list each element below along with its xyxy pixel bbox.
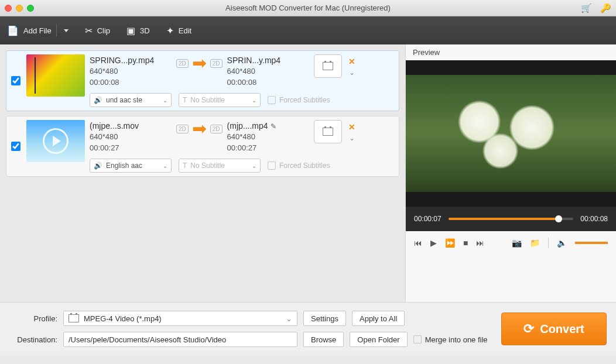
format-icon[interactable]	[314, 54, 342, 78]
seek-bar[interactable]	[449, 218, 574, 220]
convert-icon: ⟳	[523, 321, 534, 336]
2d-badge: 2D	[176, 125, 189, 133]
file-list: SPRING...py.mp4 640*480 00:00:08 2D ➡ 2D…	[0, 44, 405, 302]
arrow-right-icon: ➡	[192, 54, 207, 72]
merge-checkbox[interactable]: Merge into one file	[413, 335, 488, 344]
audio-track-select[interactable]: 🔊 und aac ste ⌄	[90, 93, 172, 107]
remove-item-icon[interactable]: ✕	[348, 122, 355, 132]
preview-frame	[406, 75, 616, 192]
speaker-icon: 🔊	[94, 96, 102, 104]
profile-label: Profile:	[9, 314, 57, 323]
preview-label: Preview	[406, 44, 616, 60]
profile-select[interactable]: MPEG-4 Video (*.mp4) ⌄	[63, 311, 297, 326]
source-duration: 00:00:08	[90, 78, 119, 87]
dest-filename: (mjp....mp4✎	[227, 120, 309, 132]
fast-forward-icon[interactable]: ⏩	[445, 238, 455, 248]
file-item[interactable]: SPRING...py.mp4 640*480 00:00:08 2D ➡ 2D…	[6, 50, 399, 111]
apply-all-button[interactable]: Apply to All	[352, 311, 405, 326]
preview-video[interactable]	[406, 60, 616, 207]
2d-badge: 2D	[176, 59, 189, 68]
chevron-down-icon: ⌄	[286, 314, 292, 323]
forced-subtitles-checkbox[interactable]: Forced Subtitles	[268, 96, 330, 104]
source-dimensions: 640*480	[90, 67, 118, 75]
expand-icon[interactable]: ⌄	[349, 68, 355, 77]
volume-icon[interactable]: 🔈	[557, 238, 567, 248]
3d-icon: ▣	[126, 25, 135, 36]
source-dimensions: 640*480	[90, 132, 118, 141]
seek-knob[interactable]	[555, 215, 562, 222]
wand-icon: ✦	[166, 25, 174, 36]
snapshot-icon[interactable]: 📷	[512, 238, 522, 248]
format-icon	[69, 314, 79, 322]
source-filename: SPRING...py.mp4	[90, 54, 172, 66]
time-current: 00:00:07	[414, 215, 442, 223]
add-file-icon: 📄	[7, 25, 19, 36]
next-icon[interactable]: ⏭	[476, 238, 484, 248]
dest-filename: SPRIN...y.mp4	[227, 54, 309, 66]
clip-label: Clip	[97, 26, 110, 35]
3d-button[interactable]: ▣ 3D	[126, 25, 150, 36]
clip-button[interactable]: ✂ Clip	[85, 25, 110, 36]
subtitle-select[interactable]: T No Subtitle ⌄	[179, 93, 261, 107]
cart-icon[interactable]: 🛒	[581, 3, 592, 13]
speaker-icon: 🔊	[94, 162, 102, 170]
play-icon	[43, 128, 69, 154]
zoom-window-icon[interactable]	[27, 5, 34, 12]
time-total: 00:00:08	[580, 215, 608, 223]
titlebar: Aiseesoft MOD Converter for Mac (Unregis…	[0, 0, 616, 16]
preview-panel: Preview 00:00:07 00:00:08 ⏮ ▶ ⏩ ■ ⏭ 📷 📁 …	[405, 44, 616, 302]
key-icon[interactable]: 🔑	[600, 3, 611, 13]
source-filename: (mjpe...s.mov	[90, 120, 172, 132]
dest-dimensions: 640*480	[227, 67, 255, 75]
stop-icon[interactable]: ■	[463, 238, 468, 248]
file-item[interactable]: (mjpe...s.mov 640*480 00:00:27 2D ➡ 2D (…	[6, 116, 399, 177]
convert-button[interactable]: ⟳ Convert	[501, 313, 607, 345]
settings-button[interactable]: Settings	[303, 311, 346, 326]
arrow-right-icon: ➡	[192, 120, 207, 138]
add-file-dropdown-icon[interactable]	[64, 29, 69, 32]
dest-duration: 00:00:27	[227, 143, 257, 152]
format-icon[interactable]	[314, 120, 342, 143]
text-icon: T	[183, 96, 187, 104]
destination-label: Destination:	[9, 335, 57, 344]
scissors-icon: ✂	[85, 25, 93, 36]
2d-badge: 2D	[210, 125, 223, 133]
browse-button[interactable]: Browse	[303, 332, 344, 347]
close-window-icon[interactable]	[5, 5, 12, 12]
audio-track-select[interactable]: 🔊 English aac ⌄	[90, 159, 172, 173]
destination-input[interactable]: /Users/pele/Documents/Aiseesoft Studio/V…	[63, 332, 297, 347]
edit-label: Edit	[179, 26, 191, 35]
volume-slider[interactable]	[575, 242, 608, 244]
thumbnail[interactable]	[26, 54, 85, 97]
add-file-button[interactable]: 📄 Add File	[7, 24, 69, 37]
2d-badge: 2D	[210, 59, 223, 68]
window-title: Aiseesoft MOD Converter for Mac (Unregis…	[0, 4, 616, 12]
text-icon: T	[183, 162, 187, 170]
minimize-window-icon[interactable]	[16, 5, 23, 12]
dest-duration: 00:00:08	[227, 78, 257, 87]
play-icon[interactable]: ▶	[430, 238, 437, 248]
toolbar: 📄 Add File ✂ Clip ▣ 3D ✦ Edit	[0, 16, 616, 44]
folder-icon[interactable]: 📁	[530, 238, 540, 248]
forced-subtitles-checkbox[interactable]: Forced Subtitles	[268, 162, 330, 170]
subtitle-select[interactable]: T No Subtitle ⌄	[179, 159, 261, 173]
bottom-bar: Profile: MPEG-4 Video (*.mp4) ⌄ Settings…	[0, 302, 616, 355]
item-checkbox[interactable]	[11, 142, 20, 151]
playback-controls: ⏮ ▶ ⏩ ■ ⏭ 📷 📁 🔈	[406, 231, 616, 255]
remove-item-icon[interactable]: ✕	[348, 57, 355, 66]
add-file-label: Add File	[23, 26, 52, 35]
3d-label: 3D	[140, 26, 150, 35]
open-folder-button[interactable]: Open Folder	[350, 332, 407, 347]
pencil-icon[interactable]: ✎	[271, 122, 276, 131]
window-controls	[5, 5, 34, 12]
dest-dimensions: 640*480	[227, 132, 255, 141]
expand-icon[interactable]: ⌄	[349, 134, 355, 142]
thumbnail[interactable]	[26, 120, 85, 162]
prev-icon[interactable]: ⏮	[414, 238, 422, 248]
timeline: 00:00:07 00:00:08	[406, 207, 616, 231]
edit-button[interactable]: ✦ Edit	[166, 25, 191, 36]
item-checkbox[interactable]	[11, 76, 20, 85]
source-duration: 00:00:27	[90, 143, 119, 152]
